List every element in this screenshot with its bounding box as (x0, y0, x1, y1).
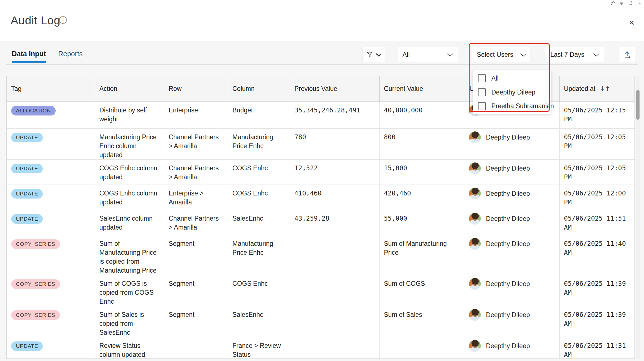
user-option-label: Deepthy Dileep (491, 89, 535, 96)
col-header-previous-value: Previous Value (290, 76, 379, 102)
col-header-row: Row (164, 76, 228, 102)
chevron-down-icon (593, 53, 599, 56)
tag-filter-dropdown[interactable]: All (397, 47, 458, 62)
cell-previous-value: 410,460 (290, 185, 379, 210)
user-option-preetha-subramanian[interactable]: Preetha Subramanian (473, 100, 551, 113)
tab-reports[interactable]: Reports (58, 50, 83, 63)
cell-updated-at: 05/06/2025 11:39 AM (559, 306, 635, 337)
user-name: Deepthy Dileep (486, 310, 530, 319)
cell-updated-at: 05/06/2025 12:05 PM (559, 128, 635, 159)
cell-tag: COPY_SERIES (7, 275, 95, 306)
cell-row: Channel Partners > Amarilla (164, 210, 228, 235)
cell-updated-at: 05/06/2025 11:40 AM (559, 235, 635, 275)
cell-action: Sum of Manufacturing Price is copied fro… (95, 235, 164, 275)
cell-row: Enterprise (164, 102, 228, 128)
col-header-column: Column (228, 76, 290, 102)
filter-lines-icon[interactable] (619, 1, 624, 6)
avatar (469, 340, 481, 352)
cell-column: SalesEnhc (228, 306, 290, 337)
cell-current-value: Sum of Sales (379, 306, 465, 337)
cell-previous-value (290, 337, 379, 359)
tag-badge: UPDATE (11, 189, 43, 199)
checkbox[interactable] (478, 74, 486, 82)
tabs-divider (6, 64, 638, 65)
cell-action: Sum of COGS is copied from COGS Enhc (95, 275, 164, 306)
col-header-updated-at[interactable]: Updated at↓↑ (559, 76, 635, 102)
audit-table-body: ALLOCATIONDistribute by self weightEnter… (7, 102, 635, 359)
user-option-deepthy-dileep[interactable]: Deepthy Dileep (473, 86, 551, 99)
cell-row: Channel Partners > Amarilla (164, 159, 228, 185)
cell-updated-at: 05/06/2025 11:39 AM (559, 275, 635, 306)
tag-badge: COPY_SERIES (11, 279, 60, 289)
export-button[interactable] (619, 47, 635, 62)
cell-tag: UPDATE (7, 337, 95, 359)
more-icon[interactable] (637, 1, 642, 6)
cell-current-value: 420,460 (379, 185, 465, 210)
tag-badge: UPDATE (11, 214, 43, 224)
user-name: Deepthy Dileep (486, 341, 530, 350)
export-icon (623, 51, 631, 59)
cell-action: Manufacturing Price Enhc column updated (95, 128, 164, 159)
cell-current-value (379, 337, 465, 359)
cell-updated-by: Deepthy Dileep (465, 210, 559, 235)
date-range-dropdown[interactable]: Last 7 Days (545, 47, 604, 62)
cell-column: COGS Enhc (228, 159, 290, 185)
filter-button[interactable] (363, 47, 385, 62)
cell-column: Budget (228, 102, 290, 128)
col-header-action: Action (95, 76, 164, 102)
cell-current-value: 55,000 (379, 210, 465, 235)
cell-row: Segment (164, 235, 228, 275)
vertical-scrollbar-thumb[interactable] (636, 90, 640, 120)
select-users-dropdown[interactable]: Select Users (472, 47, 531, 62)
tab-data-input[interactable]: Data Input (12, 50, 46, 63)
col-header-tag: Tag (7, 76, 95, 102)
chevron-down-icon (520, 53, 526, 56)
cell-column: SalesEnhc (228, 210, 290, 235)
table-row: UPDATESalesEnhc column updatedChannel Pa… (7, 210, 635, 235)
table-row: UPDATECOGS Enhc column updatedEnterprise… (7, 185, 635, 210)
cell-column: France > Review Status (228, 337, 290, 359)
sort-icons[interactable]: ↓↑ (600, 85, 610, 92)
user-name: Deepthy Dileep (486, 239, 530, 248)
expand-icon[interactable] (628, 1, 633, 6)
table-row: UPDATEReview Status column updatedFrance… (7, 337, 635, 359)
cell-tag: COPY_SERIES (7, 306, 95, 337)
date-range-value: Last 7 Days (550, 51, 584, 58)
avatar (469, 238, 481, 250)
checkbox[interactable] (478, 102, 486, 110)
cell-updated-by: Deepthy Dileep (465, 306, 559, 337)
chevron-down-icon (376, 53, 382, 56)
tag-badge: COPY_SERIES (11, 239, 60, 249)
cell-action: COGS Enhc column updated (95, 159, 164, 185)
select-users-menu: AllDeepthy DileepPreetha Subramanian (473, 70, 551, 114)
close-icon[interactable]: × (626, 17, 637, 28)
tag-badge: ALLOCATION (11, 106, 56, 115)
cell-action: COGS Enhc column updated (95, 185, 164, 210)
funnel-icon (366, 51, 373, 58)
pin-icon[interactable] (610, 1, 615, 6)
col-header-current-value: Current Value (379, 76, 465, 102)
user-name: Deepthy Dileep (486, 279, 530, 288)
cell-current-value: Sum of COGS (379, 275, 465, 306)
checkbox[interactable] (478, 88, 486, 96)
cell-action: Distribute by self weight (95, 102, 164, 128)
tag-badge: COPY_SERIES (11, 310, 60, 320)
cell-column: Manufacturing Price Enhc (228, 128, 290, 159)
info-icon[interactable]: i (59, 16, 67, 24)
user-name: Deepthy Dileep (486, 164, 530, 173)
cell-tag: COPY_SERIES (7, 235, 95, 275)
cell-previous-value: 12,522 (290, 159, 379, 185)
cell-row: Channel Partners > Amarilla (164, 128, 228, 159)
cell-updated-by: Deepthy Dileep (465, 337, 559, 359)
user-name: Deepthy Dileep (486, 214, 530, 223)
avatar (469, 162, 481, 174)
cell-previous-value (290, 306, 379, 337)
cell-current-value: Sum of Manufacturing Price (379, 235, 465, 275)
cell-current-value: 15,000 (379, 159, 465, 185)
table-row: UPDATECOGS Enhc column updatedChannel Pa… (7, 159, 635, 185)
cell-row: Enterprise > Amarilla (164, 185, 228, 210)
tag-filter-value: All (402, 51, 410, 58)
cell-tag: ALLOCATION (7, 102, 95, 128)
cell-previous-value (290, 275, 379, 306)
user-option-all[interactable]: All (473, 72, 551, 85)
